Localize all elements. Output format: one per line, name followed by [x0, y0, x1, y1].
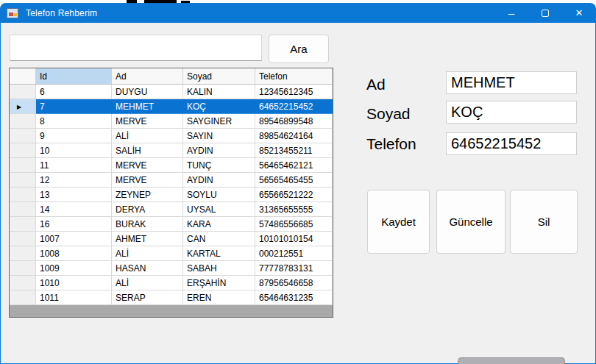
cell[interactable]: HASAN	[112, 261, 183, 276]
cell[interactable]: 85213455211	[255, 143, 333, 158]
table-row[interactable]: 1007AHMETCAN10101010154	[10, 232, 333, 246]
column-header-telefon[interactable]: Telefon	[255, 68, 333, 85]
cell[interactable]: TUNÇ	[183, 158, 255, 173]
cell[interactable]: 65464631235	[255, 290, 333, 305]
cell[interactable]: 1009	[36, 261, 112, 276]
current-row-arrow-icon[interactable]: ▶	[10, 99, 36, 114]
cell[interactable]: 1008	[36, 246, 112, 261]
search-input[interactable]	[10, 35, 262, 61]
ad-field[interactable]	[446, 71, 577, 94]
row-header[interactable]	[10, 202, 36, 217]
cell[interactable]: ALİ	[112, 246, 183, 261]
cell[interactable]: DUYGU	[112, 85, 183, 99]
cell[interactable]: 57486556685	[255, 217, 333, 232]
row-header[interactable]	[10, 143, 36, 158]
row-header[interactable]	[10, 173, 36, 188]
table-row[interactable]: ▶7MEHMETKOÇ64652215452	[10, 99, 333, 114]
cell[interactable]: 1007	[36, 232, 112, 246]
delete-button[interactable]: Sil	[510, 190, 578, 254]
cell[interactable]: KOÇ	[183, 99, 255, 114]
cell[interactable]: 14	[36, 202, 112, 217]
row-header[interactable]	[10, 290, 36, 305]
cell[interactable]: 000212551	[255, 246, 333, 261]
maximize-button[interactable]	[528, 3, 562, 23]
cell[interactable]: 16	[36, 217, 112, 232]
cell[interactable]: 12345612345	[255, 85, 333, 99]
telefon-field[interactable]	[446, 132, 577, 155]
cell[interactable]: 56465462121	[255, 158, 333, 173]
cell[interactable]: 8	[36, 114, 112, 129]
row-header[interactable]	[10, 276, 36, 290]
cell[interactable]: 31365655555	[255, 202, 333, 217]
cell[interactable]: ALİ	[112, 276, 183, 290]
cell[interactable]: 10	[36, 143, 112, 158]
cell[interactable]: AHMET	[112, 232, 183, 246]
cell[interactable]: 89546899548	[255, 114, 333, 129]
cell[interactable]: MEHMET	[112, 99, 183, 114]
table-row[interactable]: 13ZEYNEPSOYLU65566521222	[10, 188, 333, 202]
row-header[interactable]	[10, 114, 36, 129]
grid-corner-header[interactable]	[10, 68, 36, 85]
cell[interactable]: 6	[36, 85, 112, 99]
update-button[interactable]: Güncelle	[436, 190, 505, 254]
cell[interactable]: SAYIN	[183, 129, 255, 143]
cell[interactable]: 13	[36, 188, 112, 202]
cell[interactable]: SABAH	[183, 261, 255, 276]
cell[interactable]: MERVE	[112, 158, 183, 173]
table-row[interactable]: 14DERYAUYSAL31365655555	[10, 202, 333, 217]
close-button[interactable]: ✕	[562, 3, 596, 23]
cell[interactable]: KALIN	[183, 85, 255, 99]
minimize-button[interactable]: –	[494, 3, 528, 23]
cell[interactable]: 9	[36, 129, 112, 143]
cell[interactable]: ALİ	[112, 129, 183, 143]
cell[interactable]: MERVE	[112, 114, 183, 129]
row-header[interactable]	[10, 129, 36, 143]
table-row[interactable]: 9ALİSAYIN89854624164	[10, 129, 333, 143]
column-header-ad[interactable]: Ad	[112, 68, 183, 85]
cell[interactable]: CAN	[183, 232, 255, 246]
row-header[interactable]	[10, 85, 36, 99]
search-button[interactable]: Ara	[269, 35, 329, 63]
row-header[interactable]	[10, 217, 36, 232]
row-header[interactable]	[10, 246, 36, 261]
row-header[interactable]	[10, 232, 36, 246]
cell[interactable]: SAYGINER	[183, 114, 255, 129]
cell[interactable]: 1011	[36, 290, 112, 305]
cell[interactable]: AYDIN	[183, 173, 255, 188]
cell[interactable]: 1010	[36, 276, 112, 290]
cell[interactable]: SERAP	[112, 290, 183, 305]
table-row[interactable]: 1009HASANSABAH77778783131	[10, 261, 333, 276]
cell[interactable]: KARA	[183, 217, 255, 232]
table-row[interactable]: 1008ALİKARTAL000212551	[10, 246, 333, 261]
cell[interactable]: 64652215452	[255, 99, 333, 114]
soyad-field[interactable]	[446, 101, 577, 124]
cell[interactable]: 65566521222	[255, 188, 333, 202]
cell[interactable]: SALİH	[112, 143, 183, 158]
table-row[interactable]: 1011SERAPEREN65464631235	[10, 290, 333, 305]
cell[interactable]: AYDIN	[183, 143, 255, 158]
cell[interactable]: 11	[36, 158, 112, 173]
column-header-soyad[interactable]: Soyad	[183, 68, 255, 85]
table-row[interactable]: 1010ALİERŞAHİN87956546658	[10, 276, 333, 290]
row-header[interactable]	[10, 261, 36, 276]
table-row[interactable]: 8MERVESAYGINER89546899548	[10, 114, 333, 129]
cell[interactable]: ERŞAHİN	[183, 276, 255, 290]
cell[interactable]: 56565465455	[255, 173, 333, 188]
save-button[interactable]: Kaydet	[367, 190, 430, 254]
table-row[interactable]: 12MERVEAYDIN56565465455	[10, 173, 333, 188]
cell[interactable]: 12	[36, 173, 112, 188]
cell[interactable]: MERVE	[112, 173, 183, 188]
cell[interactable]: ZEYNEP	[112, 188, 183, 202]
cell[interactable]: 77778783131	[255, 261, 333, 276]
table-row[interactable]: 16BURAKKARA57486556685	[10, 217, 333, 232]
cell[interactable]: SOYLU	[183, 188, 255, 202]
cell[interactable]: DERYA	[112, 202, 183, 217]
cell[interactable]: 89854624164	[255, 129, 333, 143]
table-row[interactable]: 6DUYGUKALIN12345612345	[10, 85, 333, 99]
cell[interactable]: UYSAL	[183, 202, 255, 217]
row-header[interactable]	[10, 158, 36, 173]
column-header-id[interactable]: Id	[36, 68, 112, 85]
cell[interactable]: 87956546658	[255, 276, 333, 290]
table-row[interactable]: 10SALİHAYDIN85213455211	[10, 143, 333, 158]
table-row[interactable]: 11MERVETUNÇ56465462121	[10, 158, 333, 173]
